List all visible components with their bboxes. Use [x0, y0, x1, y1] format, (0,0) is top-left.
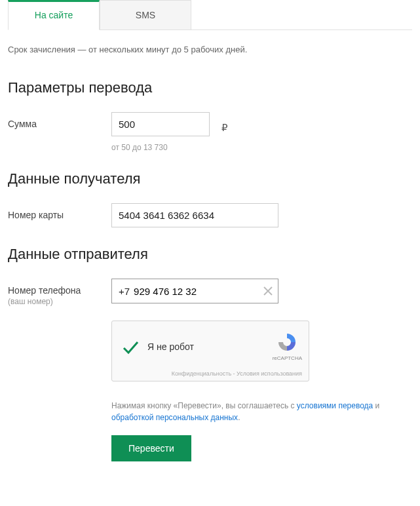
recaptcha-logo: reCAPTCHA	[273, 332, 302, 361]
heading-recipient: Данные получателя	[8, 170, 412, 187]
amount-input[interactable]	[111, 112, 210, 136]
notice-text: Срок зачисления — от нескольких минут до…	[8, 30, 412, 61]
heading-params: Параметры перевода	[8, 79, 412, 96]
phone-input[interactable]	[134, 280, 258, 303]
currency-symbol: ₽	[221, 117, 228, 134]
submit-button[interactable]: Перевести	[111, 435, 191, 461]
amount-label: Сумма	[8, 112, 111, 129]
phone-input-wrapper[interactable]: +7	[111, 279, 278, 303]
terms-link[interactable]: условиями перевода	[297, 401, 373, 410]
card-input[interactable]	[111, 203, 278, 227]
phone-label: Номер телефона	[8, 285, 111, 296]
tabs: На сайте SMS	[8, 0, 412, 30]
tab-onsite[interactable]: На сайте	[8, 0, 100, 30]
recaptcha-icon	[277, 332, 297, 353]
heading-sender: Данные отправителя	[8, 246, 412, 263]
amount-hint: от 50 до 13 730	[111, 143, 412, 152]
privacy-link[interactable]: обработкой персональных данных	[111, 413, 238, 422]
recaptcha-widget[interactable]: Я не робот reCAPTCHA Конфиденциальность …	[111, 321, 309, 381]
recaptcha-label: Я не робот	[147, 341, 273, 352]
consent-text: Нажимая кнопку «Перевести», вы соглашает…	[111, 400, 412, 423]
checkmark-icon	[121, 338, 138, 355]
phone-prefix: +7	[112, 286, 134, 297]
recaptcha-footer: Конфиденциальность - Условия использован…	[119, 369, 302, 380]
tab-sms[interactable]: SMS	[100, 0, 191, 29]
phone-sublabel: (ваш номер)	[8, 297, 111, 306]
card-label: Номер карты	[8, 203, 111, 220]
clear-icon[interactable]	[258, 279, 278, 303]
